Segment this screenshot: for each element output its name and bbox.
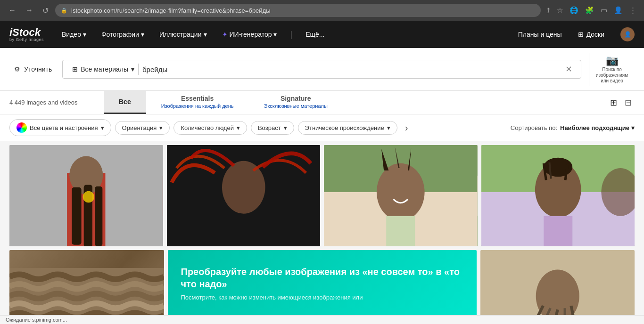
image-card[interactable]: [480, 250, 635, 316]
star-icon: ✦: [222, 31, 228, 38]
search-input-wrapper: ⊞ Все материалы ▾ ✕: [62, 60, 581, 79]
menu-icon[interactable]: ⋮: [627, 4, 638, 16]
image-placeholder: [324, 145, 478, 246]
chevron-down-icon: ▾: [284, 124, 287, 131]
status-bar: Ожидание s.pinimg.com...: [0, 315, 644, 320]
color-swatch: [17, 122, 27, 133]
image-placeholder: [481, 145, 635, 246]
image-placeholder: [9, 250, 164, 316]
age-filter-pill[interactable]: Возраст ▾: [251, 121, 294, 135]
results-count: 4 449 images and videos: [9, 91, 104, 114]
people-count-filter-pill[interactable]: Количество людей ▾: [173, 121, 247, 135]
image-search-button[interactable]: 📷 Поиск по изображениям или видео: [589, 53, 635, 86]
chevron-down-icon: ▾: [273, 31, 277, 38]
status-text: Ожидание s.pinimg.com...: [6, 317, 67, 320]
back-button[interactable]: ←: [6, 4, 19, 16]
promo-desc: Посмотрите, как можно изменить имеющиеся…: [181, 294, 463, 301]
chevron-down-icon: ▾: [204, 31, 207, 38]
image-placeholder: [9, 145, 163, 246]
grid-view-button[interactable]: ⊞: [607, 96, 620, 110]
tab-all[interactable]: Все: [104, 91, 146, 114]
refresh-button[interactable]: ↺: [40, 4, 51, 17]
filter-icon: ⚙: [14, 65, 20, 73]
search-input[interactable]: [142, 65, 559, 73]
nav-boards-button[interactable]: ⊞ Доски: [573, 28, 609, 41]
filter-button[interactable]: ⚙ Уточнить: [9, 63, 57, 76]
chevron-down-icon: ▾: [131, 65, 134, 73]
browser-chrome: ← → ↺ 🔒 istockphoto.com/ru/search/2/imag…: [0, 0, 644, 21]
bookmark-icon[interactable]: ☆: [555, 4, 565, 16]
logo-main: iStock: [9, 27, 44, 38]
address-bar[interactable]: 🔒 istockphoto.com/ru/search/2/image-film…: [55, 4, 541, 17]
image-grid-row1: [0, 141, 644, 250]
url-text: istockphoto.com/ru/search/2/image-film?f…: [71, 7, 271, 14]
chevron-down-icon: ▾: [101, 124, 104, 131]
image-card[interactable]: [9, 250, 164, 316]
image-placeholder: [167, 145, 321, 246]
image-placeholder: [480, 250, 635, 316]
sort-area: Сортировать по: Наиболее подходящие ▾: [511, 124, 635, 131]
image-card[interactable]: [9, 145, 163, 246]
svg-rect-24: [480, 268, 635, 316]
svg-rect-10: [167, 145, 321, 246]
orientation-filter-pill[interactable]: Ориентация ▾: [115, 121, 170, 135]
navbar: iStock by Getty Images Видео ▾ Фотографи…: [0, 21, 644, 48]
browser-actions: ⤴ ☆ 🌐 🧩 ▭ 👤 ⋮: [545, 4, 638, 16]
svg-point-13: [377, 163, 425, 221]
nav-ai-gen[interactable]: ✦ ИИ-генератор ▾: [220, 28, 279, 41]
nav-separator: |: [290, 30, 292, 40]
logo-sub: by Getty Images: [9, 38, 44, 42]
image-card[interactable]: [167, 145, 321, 246]
image-card[interactable]: [324, 145, 478, 246]
share-icon[interactable]: ⤴: [545, 5, 552, 16]
profile-icon[interactable]: 👤: [612, 4, 625, 16]
promo-card[interactable]: Преобразуйте любые изображения из «не со…: [168, 250, 477, 316]
all-materials-button[interactable]: ⊞ Все материалы ▾: [68, 64, 139, 75]
extensions-icon[interactable]: 🧩: [583, 4, 596, 16]
svg-rect-7: [9, 145, 163, 246]
svg-rect-19: [544, 216, 572, 246]
nav-more[interactable]: Ещё...: [304, 28, 326, 41]
chevron-down-icon: ▾: [141, 31, 144, 38]
svg-rect-14: [386, 216, 415, 246]
user-avatar[interactable]: 👤: [620, 27, 635, 41]
tabs-center: Все Essentials Изображения на каждый ден…: [104, 91, 607, 114]
mosaic-view-button[interactable]: ⊟: [622, 96, 635, 110]
promo-title: Преобразуйте любые изображения из «не со…: [181, 266, 463, 290]
nav-illustrations[interactable]: Иллюстрации ▾: [157, 28, 209, 41]
lock-icon: 🔒: [61, 8, 67, 14]
nav-photos[interactable]: Фотографии ▾: [99, 28, 146, 41]
view-toggle: ⊞ ⊟: [607, 91, 635, 114]
forward-button[interactable]: →: [23, 4, 36, 16]
tab-essentials[interactable]: Essentials Изображения на каждый день: [146, 91, 249, 114]
nav-video[interactable]: Видео ▾: [60, 28, 88, 41]
image-card[interactable]: [481, 145, 635, 246]
globe-icon[interactable]: 🌐: [568, 4, 580, 16]
filter-pills: Все цвета и настроения ▾ Ориентация ▾ Ко…: [0, 114, 644, 141]
grid-icon: ⊞: [72, 65, 78, 73]
chevron-down-icon: ▾: [631, 124, 635, 131]
ethnicity-filter-pill[interactable]: Этническое происхождение ▾: [298, 121, 397, 135]
sort-select[interactable]: Наиболее подходящие ▾: [560, 124, 635, 131]
filter-tabs-bar: 4 449 images and videos Все Essentials И…: [0, 91, 644, 114]
chevron-down-icon: ▾: [387, 124, 390, 131]
avatar-icon: 👤: [624, 31, 631, 38]
chevron-down-icon: ▾: [83, 31, 86, 38]
clear-button[interactable]: ✕: [562, 63, 575, 75]
camera-icon: 📷: [606, 55, 619, 67]
image-grid-row2: Преобразуйте любые изображения из «не со…: [0, 250, 644, 320]
boards-icon: ⊞: [578, 31, 584, 38]
chevron-down-icon: ▾: [159, 124, 163, 131]
nav-plans[interactable]: Планы и цены: [518, 31, 562, 38]
tab-signature[interactable]: Signature Эксклюзивные материалы: [249, 91, 343, 114]
color-filter-pill[interactable]: Все цвета и настроения ▾: [9, 119, 111, 136]
chevron-down-icon: ▾: [237, 124, 240, 131]
logo[interactable]: iStock by Getty Images: [9, 27, 44, 42]
more-filters-button[interactable]: ›: [401, 121, 412, 135]
search-bar-container: ⚙ Уточнить ⊞ Все материалы ▾ ✕ 📷 Поиск п…: [0, 48, 644, 91]
sidebar-icon[interactable]: ▭: [599, 4, 609, 16]
